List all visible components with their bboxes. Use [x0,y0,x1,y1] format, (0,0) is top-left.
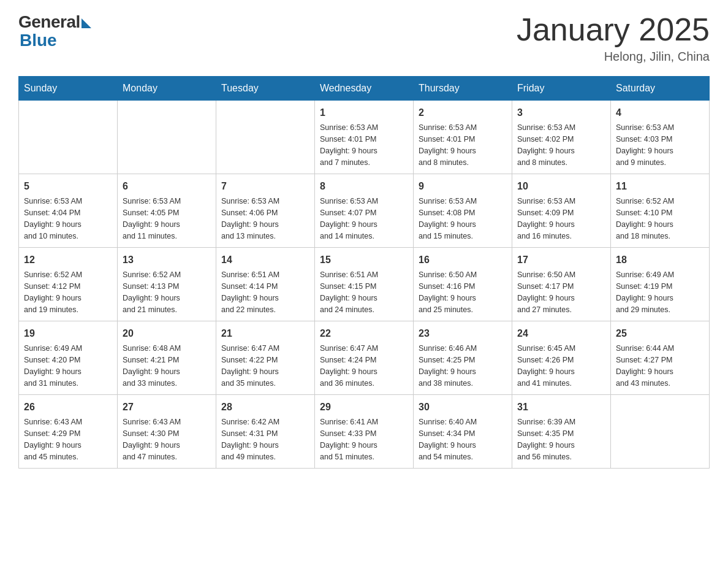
day-info: Sunrise: 6:51 AMSunset: 4:14 PMDaylight:… [221,269,309,315]
day-info: Sunrise: 6:53 AMSunset: 4:01 PMDaylight:… [320,122,408,168]
week-row-3: 12Sunrise: 6:52 AMSunset: 4:12 PMDayligh… [19,248,710,321]
day-info: Sunrise: 6:53 AMSunset: 4:03 PMDaylight:… [616,122,704,168]
calendar-cell: 16Sunrise: 6:50 AMSunset: 4:16 PMDayligh… [414,248,512,321]
day-info: Sunrise: 6:53 AMSunset: 4:01 PMDaylight:… [419,122,507,168]
calendar-cell: 20Sunrise: 6:48 AMSunset: 4:21 PMDayligh… [118,321,216,395]
day-number: 24 [517,326,605,340]
day-number: 27 [123,400,211,414]
day-number: 14 [221,253,309,267]
day-number: 22 [320,326,408,340]
day-number: 8 [320,179,408,193]
calendar-cell: 21Sunrise: 6:47 AMSunset: 4:22 PMDayligh… [216,321,315,395]
day-number: 2 [419,105,507,120]
day-number: 10 [517,179,605,193]
calendar-cell: 24Sunrise: 6:45 AMSunset: 4:26 PMDayligh… [512,321,611,395]
calendar-cell: 4Sunrise: 6:53 AMSunset: 4:03 PMDaylight… [611,101,710,174]
day-number: 25 [616,326,704,340]
day-info: Sunrise: 6:53 AMSunset: 4:07 PMDaylight:… [320,196,408,242]
day-number: 16 [419,253,507,267]
calendar-cell: 1Sunrise: 6:53 AMSunset: 4:01 PMDaylight… [315,101,414,174]
header-cell-tuesday: Tuesday [216,77,315,101]
day-info: Sunrise: 6:47 AMSunset: 4:24 PMDaylight:… [320,343,408,389]
page-header: General Blue January 2025 Helong, Jilin,… [18,12,710,64]
header-cell-wednesday: Wednesday [315,77,414,101]
day-info: Sunrise: 6:46 AMSunset: 4:25 PMDaylight:… [419,343,507,389]
calendar-table: SundayMondayTuesdayWednesdayThursdayFrid… [18,76,710,469]
day-number: 4 [616,105,704,120]
day-number: 11 [616,179,704,193]
day-number: 15 [320,253,408,267]
calendar-title: January 2025 [517,12,710,47]
day-info: Sunrise: 6:52 AMSunset: 4:12 PMDaylight:… [24,269,112,315]
day-info: Sunrise: 6:45 AMSunset: 4:26 PMDaylight:… [517,343,605,389]
day-info: Sunrise: 6:47 AMSunset: 4:22 PMDaylight:… [221,343,309,389]
day-number: 29 [320,400,408,414]
day-info: Sunrise: 6:51 AMSunset: 4:15 PMDaylight:… [320,269,408,315]
logo-blue-text: Blue [20,31,57,50]
week-row-1: 1Sunrise: 6:53 AMSunset: 4:01 PMDaylight… [19,101,710,174]
day-info: Sunrise: 6:42 AMSunset: 4:31 PMDaylight:… [221,416,309,462]
day-info: Sunrise: 6:49 AMSunset: 4:19 PMDaylight:… [616,269,704,315]
title-area: January 2025 Helong, Jilin, China [517,12,710,64]
day-number: 18 [616,253,704,267]
calendar-header: SundayMondayTuesdayWednesdayThursdayFrid… [19,77,710,101]
day-info: Sunrise: 6:50 AMSunset: 4:16 PMDaylight:… [419,269,507,315]
calendar-cell: 11Sunrise: 6:52 AMSunset: 4:10 PMDayligh… [611,174,710,248]
day-number: 26 [24,400,112,414]
day-info: Sunrise: 6:52 AMSunset: 4:13 PMDaylight:… [123,269,211,315]
calendar-cell: 15Sunrise: 6:51 AMSunset: 4:15 PMDayligh… [315,248,414,321]
day-info: Sunrise: 6:39 AMSunset: 4:35 PMDaylight:… [517,416,605,462]
day-number: 28 [221,400,309,414]
logo: General Blue [18,12,91,50]
calendar-cell: 27Sunrise: 6:43 AMSunset: 4:30 PMDayligh… [118,395,216,469]
header-cell-sunday: Sunday [19,77,118,101]
calendar-subtitle: Helong, Jilin, China [517,50,710,64]
header-cell-thursday: Thursday [414,77,512,101]
day-info: Sunrise: 6:43 AMSunset: 4:29 PMDaylight:… [24,416,112,462]
day-info: Sunrise: 6:48 AMSunset: 4:21 PMDaylight:… [123,343,211,389]
header-row: SundayMondayTuesdayWednesdayThursdayFrid… [19,77,710,101]
calendar-cell: 26Sunrise: 6:43 AMSunset: 4:29 PMDayligh… [19,395,118,469]
day-number: 20 [123,326,211,340]
calendar-cell: 8Sunrise: 6:53 AMSunset: 4:07 PMDaylight… [315,174,414,248]
calendar-cell: 17Sunrise: 6:50 AMSunset: 4:17 PMDayligh… [512,248,611,321]
calendar-cell: 10Sunrise: 6:53 AMSunset: 4:09 PMDayligh… [512,174,611,248]
day-info: Sunrise: 6:41 AMSunset: 4:33 PMDaylight:… [320,416,408,462]
calendar-cell: 5Sunrise: 6:53 AMSunset: 4:04 PMDaylight… [19,174,118,248]
week-row-4: 19Sunrise: 6:49 AMSunset: 4:20 PMDayligh… [19,321,710,395]
calendar-cell: 3Sunrise: 6:53 AMSunset: 4:02 PMDaylight… [512,101,611,174]
day-info: Sunrise: 6:43 AMSunset: 4:30 PMDaylight:… [123,416,211,462]
day-number: 23 [419,326,507,340]
calendar-body: 1Sunrise: 6:53 AMSunset: 4:01 PMDaylight… [19,101,710,469]
calendar-cell: 22Sunrise: 6:47 AMSunset: 4:24 PMDayligh… [315,321,414,395]
calendar-cell: 13Sunrise: 6:52 AMSunset: 4:13 PMDayligh… [118,248,216,321]
day-number: 19 [24,326,112,340]
day-info: Sunrise: 6:50 AMSunset: 4:17 PMDaylight:… [517,269,605,315]
calendar-cell: 9Sunrise: 6:53 AMSunset: 4:08 PMDaylight… [414,174,512,248]
calendar-cell [19,101,118,174]
calendar-cell: 12Sunrise: 6:52 AMSunset: 4:12 PMDayligh… [19,248,118,321]
day-info: Sunrise: 6:44 AMSunset: 4:27 PMDaylight:… [616,343,704,389]
day-number: 9 [419,179,507,193]
header-cell-monday: Monday [118,77,216,101]
day-number: 13 [123,253,211,267]
day-info: Sunrise: 6:53 AMSunset: 4:06 PMDaylight:… [221,196,309,242]
calendar-cell: 25Sunrise: 6:44 AMSunset: 4:27 PMDayligh… [611,321,710,395]
calendar-cell [216,101,315,174]
header-cell-saturday: Saturday [611,77,710,101]
day-number: 21 [221,326,309,340]
calendar-cell: 31Sunrise: 6:39 AMSunset: 4:35 PMDayligh… [512,395,611,469]
calendar-cell: 28Sunrise: 6:42 AMSunset: 4:31 PMDayligh… [216,395,315,469]
logo-top: General [18,12,91,32]
calendar-cell: 19Sunrise: 6:49 AMSunset: 4:20 PMDayligh… [19,321,118,395]
week-row-2: 5Sunrise: 6:53 AMSunset: 4:04 PMDaylight… [19,174,710,248]
day-info: Sunrise: 6:40 AMSunset: 4:34 PMDaylight:… [419,416,507,462]
logo-general-text: General [18,12,80,32]
calendar-cell: 14Sunrise: 6:51 AMSunset: 4:14 PMDayligh… [216,248,315,321]
calendar-cell: 2Sunrise: 6:53 AMSunset: 4:01 PMDaylight… [414,101,512,174]
day-info: Sunrise: 6:53 AMSunset: 4:02 PMDaylight:… [517,122,605,168]
day-number: 5 [24,179,112,193]
day-number: 6 [123,179,211,193]
calendar-cell [611,395,710,469]
day-info: Sunrise: 6:53 AMSunset: 4:05 PMDaylight:… [123,196,211,242]
